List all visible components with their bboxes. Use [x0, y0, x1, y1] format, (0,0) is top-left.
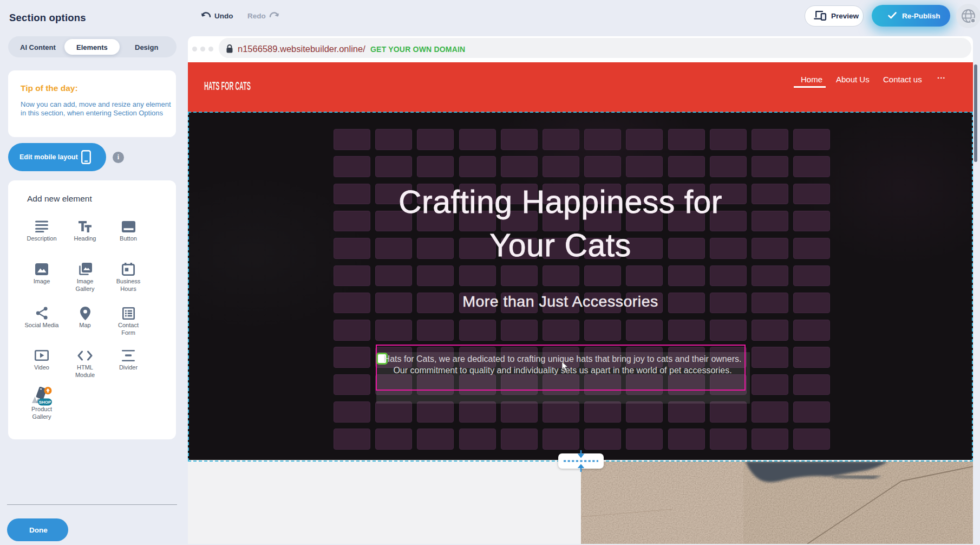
- svg-text:SHOP: SHOP: [39, 400, 51, 405]
